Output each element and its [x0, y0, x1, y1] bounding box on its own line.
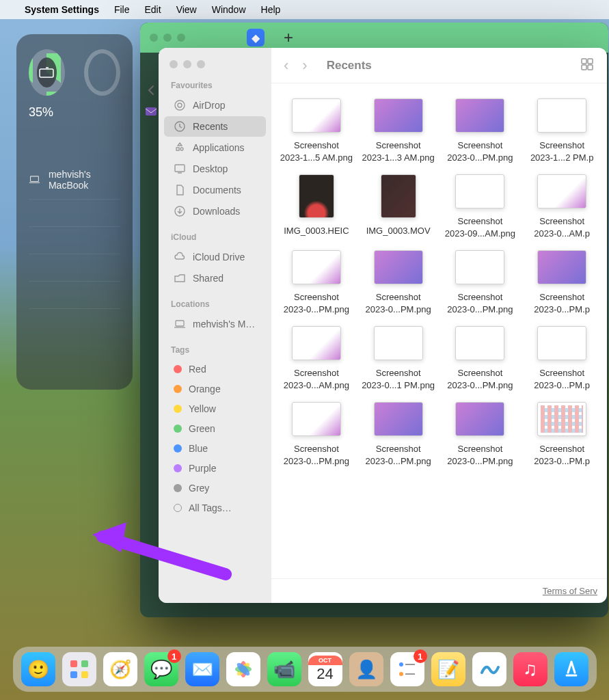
dock-contacts[interactable]: 👤: [349, 652, 383, 686]
menu-file[interactable]: File: [114, 4, 130, 15]
file-thumbnail-icon: [381, 174, 416, 218]
sidebar-item-recents[interactable]: Recents: [164, 116, 266, 137]
file-thumbnail-icon: [292, 98, 341, 133]
sidebar-item-machine[interactable]: mehvish's M…: [164, 314, 266, 334]
sidebar-item-documents[interactable]: Documents: [164, 180, 266, 200]
file-item[interactable]: Screenshot2023-0...PM.png: [359, 399, 438, 470]
file-item[interactable]: Screenshot2023-0...1 PM.png: [359, 323, 438, 394]
dock-reminders[interactable]: 1: [390, 652, 424, 686]
file-item[interactable]: Screenshot2023-0...AM.p: [522, 172, 601, 242]
sidebar-label: iCloud Drive: [193, 252, 245, 262]
svg-rect-10: [176, 321, 184, 326]
dock-music[interactable]: ♫: [513, 652, 547, 686]
tag-dot-icon: [174, 444, 182, 453]
dock-messages[interactable]: 💬1: [144, 652, 178, 686]
sidebar-tag-grey[interactable]: Grey: [164, 479, 266, 498]
nav-back-icon[interactable]: ‹: [284, 57, 288, 75]
dock-safari[interactable]: 🧭: [103, 652, 137, 686]
dock-freeform[interactable]: [472, 652, 506, 686]
dock-mail[interactable]: ✉️: [185, 652, 219, 686]
file-item[interactable]: Screenshot2023-0...PM.p: [522, 323, 601, 394]
file-item[interactable]: Screenshot2023-1...2 PM.p: [522, 96, 601, 166]
dock-appstore[interactable]: [554, 652, 588, 686]
sidebar-tag-alltags[interactable]: All Tags…: [164, 498, 266, 517]
menu-window[interactable]: Window: [212, 4, 246, 15]
svg-rect-15: [588, 65, 593, 70]
sidebar-label: All Tags…: [189, 502, 232, 513]
tag-dot-icon: [174, 504, 182, 512]
dock-finder[interactable]: 🙂: [21, 652, 55, 686]
file-name: Screenshot2023-0...PM.png: [366, 291, 431, 315]
file-item[interactable]: Screenshot2023-0...AM.png: [277, 323, 356, 394]
menu-view[interactable]: View: [176, 4, 197, 15]
dock-calendar[interactable]: OCT24: [308, 652, 342, 686]
sidebar-tag-blue[interactable]: Blue: [164, 439, 266, 458]
dock-photos[interactable]: [226, 652, 260, 686]
file-item[interactable]: Screenshot2023-0...PM.png: [277, 399, 356, 470]
menu-help[interactable]: Help: [261, 4, 281, 15]
sidebar-label: Red: [189, 364, 206, 375]
view-grid-icon[interactable]: [580, 57, 595, 75]
sidebar-tag-yellow[interactable]: Yellow: [164, 399, 266, 418]
sidebar-item-applications[interactable]: Applications: [164, 137, 266, 158]
file-item[interactable]: Screenshot2023-0...PM.png: [441, 323, 520, 394]
file-item[interactable]: Screenshot2023-1...3 AM.png: [359, 96, 438, 166]
sidebar-label: Grey: [189, 483, 209, 494]
file-thumbnail-icon: [455, 98, 504, 133]
file-item[interactable]: Screenshot2023-0...PM.png: [359, 247, 438, 318]
sidebar-tag-green[interactable]: Green: [164, 419, 266, 438]
svg-point-24: [399, 662, 403, 667]
sidebar-tag-orange[interactable]: Orange: [164, 379, 266, 399]
traffic-lights[interactable]: [150, 33, 185, 42]
file-name: Screenshot2023-0...PM.png: [447, 291, 513, 315]
file-item[interactable]: Screenshot2023-0...PM.png: [277, 247, 356, 318]
file-item[interactable]: Screenshot2023-0...PM.p: [522, 247, 601, 318]
file-item[interactable]: Screenshot2023-0...PM.png: [441, 96, 520, 166]
dock-notes[interactable]: 📝: [431, 652, 465, 686]
desktop-icon: [174, 163, 186, 175]
sidebar-item-desktop[interactable]: Desktop: [164, 159, 266, 179]
app-name[interactable]: System Settings: [25, 4, 99, 15]
traffic-lights[interactable]: [159, 57, 271, 81]
file-item[interactable]: Screenshot2023-1...5 AM.png: [277, 96, 356, 166]
nav-forward-icon[interactable]: ›: [302, 57, 307, 75]
dock-launchpad[interactable]: [62, 652, 96, 686]
tag-dot-icon: [174, 405, 182, 413]
back-icon[interactable]: [146, 84, 158, 99]
file-thumbnail-icon: [374, 250, 423, 284]
sidebar-tag-red[interactable]: Red: [164, 360, 266, 379]
svg-rect-17: [81, 660, 88, 667]
footer-link[interactable]: Terms of Serv: [271, 578, 607, 603]
file-item[interactable]: Screenshot2023-09...AM.png: [441, 172, 520, 242]
file-name: Screenshot2023-0...PM.png: [447, 443, 513, 467]
sidebar-label: Blue: [189, 443, 208, 454]
sidebar-item-shared[interactable]: Shared: [164, 268, 266, 288]
sidebar-item-airdrop[interactable]: AirDrop: [164, 95, 266, 116]
file-item[interactable]: Screenshot2023-0...PM.png: [441, 247, 520, 318]
app-tab-icon[interactable]: ◆: [247, 29, 265, 46]
device-row[interactable]: mehvish's MacBook: [29, 161, 120, 200]
badge: 1: [414, 649, 427, 663]
file-name: Screenshot2023-0...PM.p: [534, 443, 590, 467]
file-thumbnail-icon: [374, 402, 423, 436]
sidebar-tag-purple[interactable]: Purple: [164, 459, 266, 478]
file-item[interactable]: Screenshot2023-0...PM.png: [441, 399, 520, 470]
file-area[interactable]: Screenshot2023-1...5 AM.pngScreenshot202…: [271, 83, 607, 578]
dock: 🙂🧭💬1✉️📹OCT24👤1📝♫: [13, 647, 597, 692]
badge: 1: [167, 649, 181, 663]
file-item[interactable]: Screenshot2023-0...PM.p: [522, 399, 601, 470]
device-name: mehvish's MacBook: [49, 169, 120, 191]
sidebar-item-downloads[interactable]: Downloads: [164, 201, 266, 221]
sidebar-label: Orange: [189, 383, 221, 394]
svg-point-25: [399, 672, 403, 676]
menu-edit[interactable]: Edit: [145, 4, 161, 15]
dock-facetime[interactable]: 📹: [267, 652, 301, 686]
sidebar-item-iclouddrive[interactable]: iCloud Drive: [164, 247, 266, 267]
sidebar-label: Recents: [193, 121, 228, 132]
svg-rect-12: [582, 59, 586, 64]
file-item[interactable]: IMG_0003.HEIC: [277, 172, 356, 242]
new-tab-button[interactable]: +: [284, 28, 293, 47]
sidebar-label: Desktop: [193, 163, 228, 174]
file-item[interactable]: IMG_0003.MOV: [359, 172, 438, 242]
svg-rect-16: [70, 660, 77, 667]
